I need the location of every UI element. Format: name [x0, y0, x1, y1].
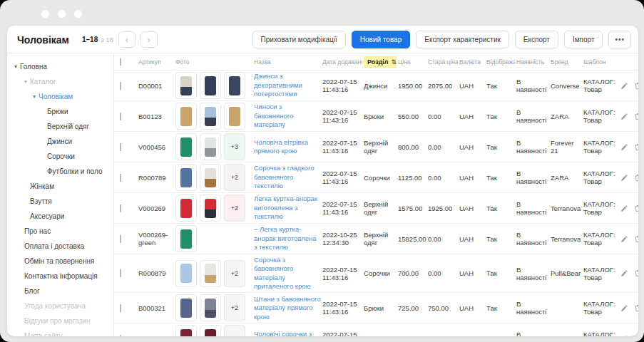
- row-checkbox[interactable]: [120, 82, 121, 90]
- product-photo[interactable]: [200, 294, 221, 321]
- delete-icon[interactable]: [634, 304, 638, 312]
- edit-icon[interactable]: [620, 235, 628, 243]
- product-photo[interactable]: [200, 195, 221, 222]
- sort-icon[interactable]: ⇅: [392, 58, 397, 66]
- product-photo[interactable]: [175, 164, 197, 191]
- delete-icon[interactable]: [634, 235, 638, 243]
- hide-modifications-button[interactable]: Приховати модифікації: [252, 31, 346, 48]
- column-header-template[interactable]: Шаблон: [583, 58, 619, 66]
- product-name-link[interactable]: Штани з бавовняного матеріалу прямого кр…: [254, 295, 321, 321]
- sidebar-item[interactable]: Угода користувача: [7, 299, 113, 314]
- product-photo[interactable]: [175, 325, 197, 336]
- product-photo[interactable]: [200, 72, 221, 99]
- product-photo[interactable]: [200, 260, 221, 287]
- edit-icon[interactable]: [620, 113, 628, 120]
- more-actions-button[interactable]: •••: [608, 31, 631, 48]
- delete-icon[interactable]: [634, 269, 638, 277]
- column-header-visible[interactable]: Відображати: [486, 58, 515, 66]
- column-header-category[interactable]: Розділ ⇅: [364, 56, 397, 68]
- more-photos-badge[interactable]: +2: [224, 195, 245, 222]
- row-checkbox[interactable]: [120, 269, 121, 277]
- sidebar-item[interactable]: Сорочки: [7, 149, 113, 164]
- sidebar-item[interactable]: Футболки и поло: [7, 164, 113, 179]
- sidebar-item[interactable]: Оплата і доставка: [7, 239, 113, 254]
- select-all-checkbox[interactable]: [120, 58, 121, 66]
- sidebar-item[interactable]: Обмін та повернення: [7, 254, 113, 269]
- product-photo[interactable]: [200, 103, 221, 130]
- delete-icon[interactable]: [634, 174, 638, 182]
- product-name-link[interactable]: Легка куртка-анорак виготовлена з тексти…: [254, 195, 317, 220]
- sidebar-item[interactable]: ▾Каталог: [7, 74, 113, 89]
- prev-page-button[interactable]: ‹: [118, 31, 136, 48]
- next-page-button[interactable]: ›: [140, 31, 158, 48]
- new-product-button[interactable]: Новий товар: [352, 31, 410, 48]
- more-photos-badge[interactable]: +2: [224, 325, 245, 336]
- edit-icon[interactable]: [620, 143, 628, 151]
- column-header-sku[interactable]: Артикул: [138, 58, 174, 66]
- edit-icon[interactable]: [620, 204, 628, 212]
- product-name-link[interactable]: Чиноси з бавовняного матеріалу: [254, 103, 293, 128]
- product-name-link[interactable]: – Легка куртка-анорак виготовлена з текс…: [254, 225, 317, 251]
- sidebar-item[interactable]: Аксесуари: [7, 209, 113, 224]
- delete-icon[interactable]: [634, 113, 638, 120]
- column-header-date[interactable]: Дата додавання: [322, 58, 362, 66]
- sidebar-item[interactable]: Жінкам: [7, 179, 113, 194]
- more-photos-badge[interactable]: +3: [224, 133, 245, 160]
- sidebar-item[interactable]: Джинси: [7, 134, 113, 149]
- product-photo[interactable]: [175, 133, 197, 160]
- product-photo[interactable]: [175, 103, 197, 130]
- export-attributes-button[interactable]: Експорт характеристик: [416, 31, 509, 48]
- product-photo[interactable]: [175, 294, 197, 321]
- edit-icon[interactable]: [620, 174, 628, 182]
- sidebar-item[interactable]: Брюки: [7, 104, 113, 119]
- more-photos-badge[interactable]: +2: [224, 260, 245, 287]
- sidebar-item[interactable]: ▾Чоловікам: [7, 89, 113, 104]
- product-photo[interactable]: [224, 72, 245, 99]
- sidebar-item[interactable]: ▾Головна: [7, 59, 113, 74]
- product-name-link[interactable]: Чоловіча вітрівка прямого крою: [254, 138, 308, 155]
- sidebar-item[interactable]: Блог: [7, 284, 113, 299]
- sidebar-item[interactable]: Мапа сайту: [7, 328, 113, 336]
- row-checkbox[interactable]: [120, 304, 121, 312]
- edit-icon[interactable]: [620, 269, 628, 277]
- product-name-link[interactable]: Сорочка з гладкого бавовняного текстилю: [254, 164, 314, 190]
- column-header-price[interactable]: Ціна: [398, 58, 426, 66]
- product-name-link[interactable]: Джинси з декоративними потертостями: [254, 72, 302, 98]
- delete-icon[interactable]: [634, 143, 638, 151]
- more-photos-badge[interactable]: +2: [224, 164, 245, 191]
- edit-icon[interactable]: [620, 304, 628, 312]
- row-checkbox[interactable]: [120, 235, 121, 243]
- column-header-photo[interactable]: Фото: [175, 58, 252, 66]
- delete-icon[interactable]: [634, 82, 638, 90]
- row-checkbox[interactable]: [120, 335, 121, 336]
- column-header-old-price[interactable]: Стара ціна: [428, 58, 458, 66]
- window-dot-icon[interactable]: [58, 10, 66, 18]
- sidebar-item[interactable]: Про нас: [7, 224, 113, 239]
- window-dot-icon[interactable]: [41, 10, 49, 18]
- edit-icon[interactable]: [620, 82, 628, 90]
- product-photo[interactable]: [175, 195, 197, 222]
- delete-icon[interactable]: [634, 335, 638, 336]
- import-button[interactable]: Імпорт: [564, 31, 603, 48]
- column-header-currency[interactable]: Валюта: [459, 58, 485, 66]
- product-photo[interactable]: [175, 260, 197, 287]
- product-name-link[interactable]: Сорочка з бавовняного матеріалу притален…: [254, 256, 311, 290]
- product-photo[interactable]: [175, 72, 197, 99]
- column-header-brand[interactable]: Бренд: [551, 58, 582, 66]
- delete-icon[interactable]: [634, 204, 638, 212]
- sidebar-item[interactable]: Контактна інформація: [7, 269, 113, 284]
- row-checkbox[interactable]: [120, 174, 121, 182]
- column-header-name[interactable]: Назва: [254, 58, 321, 66]
- sidebar-item[interactable]: Взуття: [7, 194, 113, 209]
- product-photo[interactable]: [200, 164, 221, 191]
- row-checkbox[interactable]: [120, 204, 121, 212]
- product-photo[interactable]: [200, 325, 221, 336]
- edit-icon[interactable]: [620, 335, 628, 336]
- product-photo[interactable]: [224, 103, 245, 130]
- row-checkbox[interactable]: [120, 113, 121, 120]
- product-name-link[interactable]: Чоловічі сорочки з легкого текстилю: [254, 330, 312, 336]
- column-header-stock[interactable]: Наявність: [516, 58, 549, 66]
- window-dot-icon[interactable]: [74, 10, 82, 18]
- export-button[interactable]: Експорт: [515, 31, 558, 48]
- product-photo[interactable]: [200, 133, 221, 160]
